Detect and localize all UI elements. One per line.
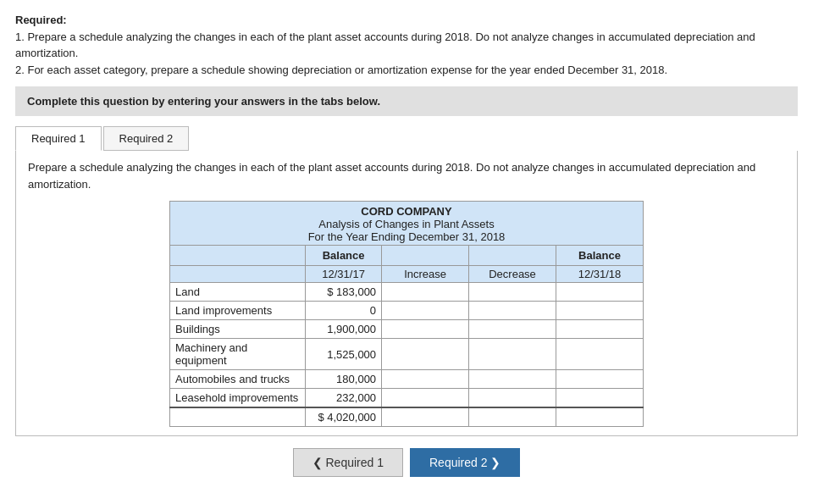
page-wrapper: Required: 1. Prepare a schedule analyzin… (0, 0, 813, 489)
decrease-input-machinery[interactable] (469, 346, 556, 363)
row-increase-land-improvements[interactable] (382, 302, 469, 320)
balance-end-input-buildings[interactable] (556, 320, 643, 338)
company-table-wrapper: CORD COMPANY Analysis of Changes in Plan… (28, 201, 785, 427)
total-row: $ 4,020,000 (170, 407, 644, 427)
company-table-container: CORD COMPANY Analysis of Changes in Plan… (169, 201, 644, 427)
increase-input-leasehold[interactable] (382, 389, 468, 407)
decrease-input-leasehold[interactable] (469, 389, 556, 407)
decrease-input-buildings[interactable] (469, 320, 556, 338)
increase-input-land-improvements[interactable] (382, 302, 468, 319)
row-increase-buildings[interactable] (382, 320, 469, 339)
row-balance-automobiles: 180,000 (306, 370, 382, 389)
row-balance-end-leasehold[interactable] (556, 389, 644, 408)
balance-end-input-land-improvements[interactable] (556, 302, 643, 319)
total-balance: $ 4,020,000 (306, 407, 382, 427)
total-decrease[interactable] (469, 407, 556, 427)
table-row: Leasehold improvements 232,000 (170, 389, 644, 408)
tab-required1[interactable]: Required 1 (15, 126, 102, 151)
balance-end-input-automobiles[interactable] (556, 370, 643, 388)
complete-banner: Complete this question by entering your … (15, 86, 798, 116)
row-decrease-land-improvements[interactable] (469, 302, 556, 320)
col-header-label (170, 246, 306, 266)
row-label-leasehold: Leasehold improvements (170, 389, 306, 408)
table-header-section: CORD COMPANY Analysis of Changes in Plan… (169, 201, 644, 245)
row-balance-end-automobiles[interactable] (556, 370, 644, 389)
table-row: Machinery and equipment 1,525,000 (170, 339, 644, 370)
table-row: Buildings 1,900,000 (170, 320, 644, 339)
next-button[interactable]: Required 2 (410, 448, 520, 477)
increase-input-automobiles[interactable] (382, 370, 468, 388)
tab-required2[interactable]: Required 2 (103, 126, 190, 151)
total-increase[interactable] (382, 407, 469, 427)
row-increase-leasehold[interactable] (382, 389, 469, 408)
row-label-buildings: Buildings (170, 320, 306, 339)
col-subheader-balance-start: 12/31/17 (306, 266, 382, 283)
balance-end-input-land[interactable] (556, 283, 643, 301)
required-label: Required: (15, 14, 67, 26)
prev-button[interactable]: Required 1 (293, 448, 403, 477)
col-subheader-balance-end: 12/31/18 (556, 266, 644, 283)
row-balance-land-improvements: 0 (306, 302, 382, 320)
row-increase-automobiles[interactable] (382, 370, 469, 389)
row-balance-land: $ 183,000 (306, 283, 382, 302)
decrease-input-land-improvements[interactable] (469, 302, 556, 319)
total-increase-input[interactable] (382, 408, 468, 426)
table-row: Land improvements 0 (170, 302, 644, 320)
required-item1: 1. Prepare a schedule analyzing the chan… (15, 29, 798, 62)
row-balance-buildings: 1,900,000 (306, 320, 382, 339)
row-balance-leasehold: 232,000 (306, 389, 382, 408)
row-decrease-automobiles[interactable] (469, 370, 556, 389)
row-label-automobiles: Automobiles and trucks (170, 370, 306, 389)
row-balance-end-buildings[interactable] (556, 320, 644, 339)
increase-input-buildings[interactable] (382, 320, 468, 338)
col-header-increase-line1 (382, 246, 469, 266)
company-name: CORD COMPANY (170, 205, 643, 218)
total-decrease-input[interactable] (469, 408, 556, 426)
row-decrease-land[interactable] (469, 283, 556, 302)
col-subheader-label (170, 266, 306, 283)
decrease-input-automobiles[interactable] (469, 370, 556, 388)
row-increase-land[interactable] (382, 283, 469, 302)
tab-description: Prepare a schedule analyzing the changes… (28, 159, 785, 192)
total-label (170, 407, 306, 427)
col-header-balance-end-line1: Balance (556, 246, 644, 266)
row-balance-machinery: 1,525,000 (306, 339, 382, 370)
row-label-land-improvements: Land improvements (170, 302, 306, 320)
balance-end-input-machinery[interactable] (556, 346, 643, 363)
balance-end-input-leasehold[interactable] (556, 389, 643, 407)
row-balance-end-land-improvements[interactable] (556, 302, 644, 320)
row-decrease-machinery[interactable] (469, 339, 556, 370)
row-decrease-buildings[interactable] (469, 320, 556, 339)
dollar-land: $ (327, 285, 333, 298)
increase-input-machinery[interactable] (382, 346, 468, 363)
increase-input-land[interactable] (382, 283, 468, 301)
row-increase-machinery[interactable] (382, 339, 469, 370)
decrease-input-land[interactable] (469, 283, 556, 301)
total-dollar: $ (318, 411, 324, 424)
table-period: For the Year Ending December 31, 2018 (170, 230, 643, 243)
row-balance-end-land[interactable] (556, 283, 644, 302)
required-item2: 2. For each asset category, prepare a sc… (15, 62, 798, 79)
total-balance-end-input[interactable] (556, 408, 643, 426)
required-header: Required: 1. Prepare a schedule analyzin… (15, 12, 798, 78)
bottom-nav: Required 1 Required 2 (15, 448, 798, 477)
col-subheader-increase: Increase (382, 266, 469, 283)
row-balance-end-machinery[interactable] (556, 339, 644, 370)
row-label-machinery: Machinery and equipment (170, 339, 306, 370)
col-subheader-decrease: Decrease (469, 266, 556, 283)
data-table: Balance Balance 12/31/17 Increase Decrea… (169, 245, 644, 427)
table-subtitle: Analysis of Changes in Plant Assets (170, 218, 643, 230)
tabs-row: Required 1 Required 2 (15, 126, 798, 151)
col-header-decrease-line1 (469, 246, 556, 266)
tab-content: Prepare a schedule analyzing the changes… (15, 151, 798, 436)
col-header-balance-start-line1: Balance (306, 246, 382, 266)
table-row: Automobiles and trucks 180,000 (170, 370, 644, 389)
row-label-land: Land (170, 283, 306, 302)
table-row: Land $ 183,000 (170, 283, 644, 302)
total-balance-end[interactable] (556, 407, 644, 427)
row-decrease-leasehold[interactable] (469, 389, 556, 408)
